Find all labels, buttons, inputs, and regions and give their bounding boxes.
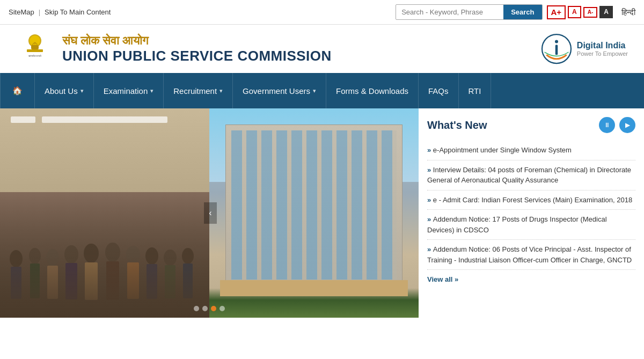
government-users-dropdown-arrow: ▾ (313, 87, 316, 94)
whats-new-header: What's New ⏸ ▶ (427, 117, 635, 133)
news-item-2: Interview Details: 04 posts of Foreman (… (427, 160, 635, 191)
nav-rti[interactable]: RTI (459, 73, 492, 108)
separator: | (39, 8, 40, 16)
header-left: सत्यमेव जयते संघ लोक सेवा आयोग UNION PUB… (16, 30, 332, 68)
svg-rect-4 (27, 49, 43, 52)
font-large-button[interactable]: A+ (547, 5, 566, 19)
font-size-controls: A+ A A- A (547, 5, 613, 19)
skip-main-link[interactable]: Skip To Main Content (45, 8, 111, 16)
slide-dot-1[interactable] (194, 306, 199, 311)
government-users-label: Government Users (243, 86, 310, 96)
pause-button[interactable]: ⏸ (599, 117, 615, 133)
header: सत्यमेव जयते संघ लोक सेवा आयोग UNION PUB… (0, 25, 644, 73)
news-list: e-Appointment under Single Window System… (427, 141, 635, 270)
nav-government-users[interactable]: Government Users ▾ (233, 73, 326, 108)
font-dark-button[interactable]: A (599, 6, 613, 18)
recruitment-dropdown-arrow: ▾ (219, 87, 223, 94)
digital-label: Digital India (577, 41, 628, 50)
sitemap-link[interactable]: SiteMap (9, 8, 34, 16)
nav-about-us[interactable]: About Us ▾ (35, 73, 94, 108)
slide-dots (194, 306, 225, 311)
hindi-link[interactable]: हिन्दी (621, 8, 635, 17)
main-content: ‹ What's New ⏸ ▶ e-Appointment under Sin… (0, 108, 644, 318)
news-link-4[interactable]: Addendum Notice: 17 Posts of Drugs Inspe… (427, 215, 607, 234)
font-normal-button[interactable]: A (568, 6, 581, 18)
slide-right (209, 108, 419, 318)
top-bar: SiteMap | Skip To Main Content Search A+… (0, 0, 644, 25)
news-link-5[interactable]: Addendum Notice: 06 Posts of Vice Princi… (427, 245, 632, 264)
whats-new-panel: What's New ⏸ ▶ e-Appointment under Singl… (419, 108, 644, 318)
news-item-4: Addendum Notice: 17 Posts of Drugs Inspe… (427, 210, 635, 240)
search-button[interactable]: Search (503, 5, 541, 19)
about-us-label: About Us (45, 86, 78, 96)
play-icon: ▶ (625, 121, 630, 129)
news-link-1[interactable]: e-Appointment under Single Window System (433, 146, 572, 154)
slide-dot-2[interactable] (202, 306, 208, 311)
slide-dot-3[interactable] (211, 306, 216, 311)
slide-dot-4[interactable] (219, 306, 225, 311)
about-us-dropdown-arrow: ▾ (80, 87, 84, 94)
view-all-link[interactable]: View all » (427, 275, 458, 283)
slideshow: ‹ (0, 108, 419, 318)
emblem-icon: सत्यमेव जयते (16, 30, 54, 68)
nav-faqs[interactable]: FAQs (419, 73, 459, 108)
header-text: संघ लोक सेवा आयोग UNION PUBLIC SERVICE C… (62, 34, 332, 64)
news-link-2[interactable]: Interview Details: 04 posts of Foreman (… (427, 166, 631, 185)
font-small-button[interactable]: A- (583, 7, 598, 18)
digital-india-icon (540, 33, 573, 65)
nav-home[interactable]: 🏠 (0, 73, 35, 108)
nav-forms-downloads[interactable]: Forms & Downloads (326, 73, 419, 108)
slide-left (0, 108, 209, 318)
navigation-bar: 🏠 About Us ▾ Examination ▾ Recruitment ▾… (0, 73, 644, 108)
digital-sub-label: Power To Empower (577, 50, 628, 57)
play-button[interactable]: ▶ (619, 117, 635, 133)
recruitment-label: Recruitment (173, 86, 217, 96)
svg-text:सत्यमेव जयते: सत्यमेव जयते (28, 54, 41, 57)
rti-label: RTI (469, 86, 481, 96)
news-item-3: e - Admit Card: Indian Forest Services (… (427, 191, 635, 210)
forms-downloads-label: Forms & Downloads (336, 86, 408, 96)
search-box: Search (396, 4, 542, 20)
digital-india-text: Digital India Power To Empower (577, 41, 628, 57)
svg-point-10 (555, 40, 558, 43)
top-bar-right: Search A+ A A- A हिन्दी (396, 4, 635, 20)
home-icon: 🏠 (12, 86, 23, 96)
news-item-1: e-Appointment under Single Window System (427, 141, 635, 160)
whats-new-controls: ⏸ ▶ (599, 117, 635, 133)
header-english-title: UNION PUBLIC SERVICE COMMISSION (62, 48, 332, 64)
examination-dropdown-arrow: ▾ (150, 87, 153, 94)
news-link-3[interactable]: e - Admit Card: Indian Forest Services (… (433, 196, 632, 204)
header-hindi-title: संघ लोक सेवा आयोग (62, 34, 332, 48)
whats-new-title: What's New (427, 119, 487, 131)
top-bar-left: SiteMap | Skip To Main Content (9, 8, 111, 16)
pause-icon: ⏸ (604, 121, 610, 129)
svg-rect-11 (555, 45, 558, 55)
faqs-label: FAQs (428, 86, 449, 96)
slide-prev-button[interactable]: ‹ (204, 202, 217, 224)
digital-india-logo: Digital India Power To Empower (540, 33, 628, 65)
news-item-5: Addendum Notice: 06 Posts of Vice Princi… (427, 240, 635, 270)
search-input[interactable] (396, 5, 503, 19)
nav-examination[interactable]: Examination ▾ (94, 73, 164, 108)
examination-label: Examination (104, 86, 148, 96)
nav-recruitment[interactable]: Recruitment ▾ (164, 73, 233, 108)
